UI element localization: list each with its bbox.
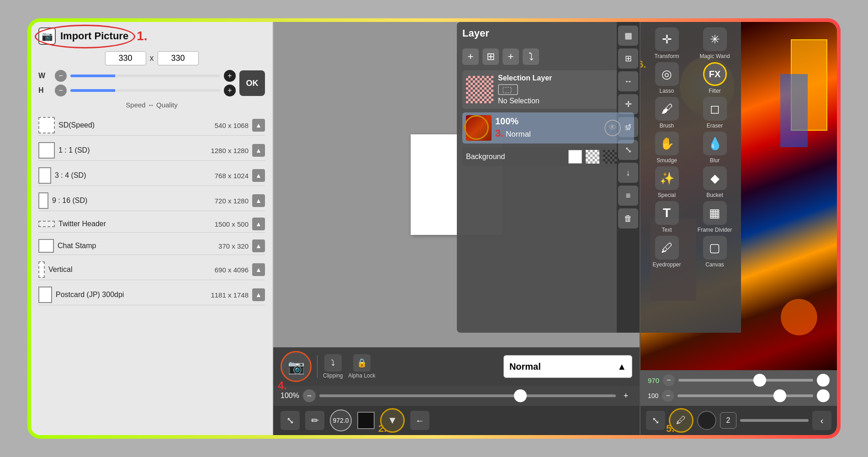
active-layer-item[interactable]: 100% 3. Normal 👁 ≡: [462, 112, 634, 143]
step-5-label: 5.: [666, 423, 674, 435]
slider1-minus-btn[interactable]: −: [663, 374, 675, 386]
preset-sd-speed: SD(Speed) 540 x 1068 ▲: [38, 115, 265, 136]
magic-wand-label: Magic Wand: [699, 53, 730, 59]
add-folder-btn[interactable]: ⤵: [523, 48, 539, 65]
brush-size-container: 972.0: [330, 409, 352, 431]
preset-arrow-twitter[interactable]: ▲: [252, 218, 265, 230]
side-checkerboard-btn[interactable]: ▦: [618, 26, 638, 46]
background-layer-item[interactable]: Background ⋮: [462, 147, 634, 166]
r-chevron-btn[interactable]: ‹: [812, 411, 831, 430]
tool-item-text[interactable]: T Text: [644, 201, 689, 233]
slider-2-knob-2[interactable]: [817, 389, 830, 402]
pen-tool-btn[interactable]: ✏: [305, 411, 324, 430]
side-move-btn[interactable]: ✛: [618, 94, 638, 114]
preset-arrow-1-1[interactable]: ▲: [252, 144, 265, 157]
alpha-lock-btn-container[interactable]: 🔒 Alpha Lock: [348, 354, 375, 379]
width-slider-row: W − +: [38, 70, 236, 82]
side-merge-btn[interactable]: ≡: [618, 186, 638, 206]
color-swatch[interactable]: [357, 412, 375, 429]
preset-thumb-twitter: [38, 221, 55, 227]
tool-item-smudge[interactable]: ✋ Smudge: [644, 132, 689, 164]
merge-down-btn[interactable]: +: [503, 48, 519, 65]
height-slider[interactable]: [70, 89, 220, 92]
height-input[interactable]: [158, 51, 199, 65]
layer-panel: Layer ▦ ⊞ ↔ ✛ ↺ ⤡ ↓ ≡ 🗑 + ⊞ +: [457, 22, 640, 333]
preset-thumb-postcard: [38, 287, 52, 303]
r-transform-btn[interactable]: ⤡: [646, 411, 665, 430]
value-970: 970: [648, 377, 659, 384]
tool-item-frame-divider[interactable]: ▦ Frame Divider: [692, 201, 737, 233]
side-delete-btn[interactable]: 🗑: [618, 208, 638, 228]
height-plus-btn[interactable]: +: [224, 85, 236, 96]
r-color-swatch[interactable]: [697, 411, 716, 430]
preset-arrow-vertical[interactable]: ▲: [252, 263, 265, 276]
preset-arrow-postcard[interactable]: ▲: [252, 288, 265, 301]
preset-arrow-sd[interactable]: ▲: [252, 119, 265, 132]
tool-item-transform[interactable]: ✛ Transform: [644, 27, 689, 59]
eraser-label: Eraser: [707, 122, 723, 129]
preset-thumb-chat: [38, 239, 54, 253]
slider-2-knob[interactable]: [773, 389, 786, 402]
preset-name-sd: SD(Speed): [58, 121, 190, 129]
tool-item-canvas[interactable]: ▢ Canvas: [692, 236, 737, 268]
transform-tool-btn[interactable]: ⤡: [281, 411, 300, 430]
preset-arrow-chat[interactable]: ▲: [252, 239, 265, 252]
preset-size-1-1: 1280 x 1280: [194, 147, 249, 154]
side-down-btn[interactable]: ↓: [618, 163, 638, 183]
magic-wand-icon: ✳: [703, 27, 727, 51]
frame-divider-label: Frame Divider: [698, 227, 732, 233]
add-layer-type-btn[interactable]: ⊞: [482, 48, 499, 65]
ok-button[interactable]: OK: [239, 70, 265, 96]
layer-controls: 100% 3. Normal: [495, 116, 601, 139]
tool-item-blur[interactable]: 💧 Blur: [692, 132, 737, 164]
zoom-minus-btn[interactable]: −: [303, 389, 316, 402]
preset-postcard: Postcard (JP) 300dpi 1181 x 1748 ▲: [38, 285, 265, 305]
height-minus-btn[interactable]: −: [55, 85, 67, 96]
tool-item-magic-wand[interactable]: ✳ Magic Wand: [692, 27, 737, 59]
tool-item-special[interactable]: ✨ Special: [644, 166, 689, 198]
r-bottom-slider[interactable]: [740, 419, 809, 422]
tool-item-brush[interactable]: 🖌 Brush: [644, 97, 689, 129]
width-plus-btn[interactable]: +: [224, 70, 236, 82]
selection-layer-info: Selection Layer No Selection: [498, 74, 552, 105]
preset-size-twitter: 1500 x 500: [194, 220, 249, 228]
zoom-slider-knob[interactable]: [514, 389, 527, 402]
lasso-icon: ◎: [655, 62, 679, 86]
preset-size-sd: 540 x 1068: [194, 122, 249, 129]
selection-layer-item[interactable]: Selection Layer No Selection: [462, 70, 634, 109]
tool-item-eraser[interactable]: ◻ Eraser: [692, 97, 737, 129]
slider-1-track[interactable]: [678, 379, 813, 382]
add-layer-btn[interactable]: +: [462, 48, 479, 65]
alpha-lock-icon: 🔒: [353, 354, 370, 372]
canvas-icon: ▢: [703, 236, 727, 260]
zoom-row: 100% − +: [273, 386, 640, 406]
h-label: H: [38, 86, 51, 95]
camera-import-btn[interactable]: 📷: [281, 351, 312, 382]
layer-menu-btn[interactable]: ≡: [625, 122, 630, 134]
side-layers-btn[interactable]: ⊞: [618, 48, 638, 69]
slider2-minus-btn[interactable]: −: [662, 390, 674, 402]
tool-item-filter[interactable]: FX Filter: [692, 62, 737, 94]
slider-1-knob[interactable]: [753, 374, 766, 387]
canvas-label: Canvas: [705, 261, 724, 268]
tool-item-lasso[interactable]: ◎ Lasso 6.: [644, 62, 689, 94]
width-minus-btn[interactable]: −: [55, 70, 67, 82]
slider-2-track[interactable]: [677, 394, 813, 397]
undo-btn[interactable]: ←: [410, 411, 429, 430]
preset-arrow-9-16[interactable]: ▲: [252, 194, 265, 207]
slider-1-knob-2[interactable]: [817, 374, 830, 387]
side-flip-btn[interactable]: ↔: [618, 71, 638, 91]
width-slider[interactable]: [70, 74, 220, 77]
zoom-plus-btn[interactable]: +: [619, 389, 632, 402]
width-input[interactable]: [105, 51, 146, 65]
tool-item-bucket[interactable]: ◆ Bucket: [692, 166, 737, 198]
preset-twitter: Twitter Header 1500 x 500 ▲: [38, 216, 265, 233]
bucket-label: Bucket: [706, 192, 723, 198]
step-6-number: 6.: [640, 58, 646, 70]
tool-item-eyedropper[interactable]: 🖊 Eyedropper: [644, 236, 689, 268]
zoom-slider-track[interactable]: [319, 394, 616, 397]
preset-arrow-3-4[interactable]: ▲: [252, 169, 265, 182]
normal-dropdown[interactable]: Normal ▲: [503, 355, 632, 378]
clipping-btn-container[interactable]: ⤵ Clipping: [323, 354, 343, 379]
eye-visibility-btn[interactable]: 👁: [604, 120, 621, 136]
